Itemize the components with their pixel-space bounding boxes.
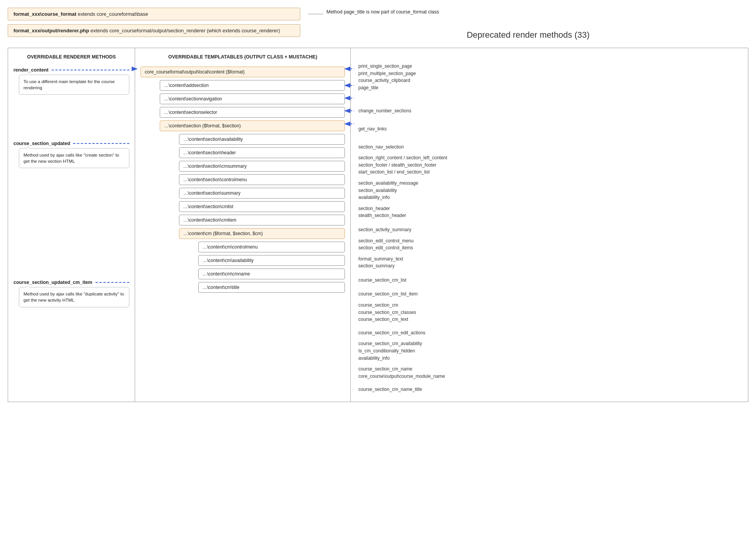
left-group-render-content: render_content To use a different main t…	[13, 67, 129, 95]
tpl-item-cmname: …\content\cm\cmname	[198, 269, 345, 279]
rc-group-controlmenu: section_edit_control_menu section_edit_c…	[358, 237, 740, 252]
left-panel-title: OVERRIDABLE RENDERER METHODS	[13, 54, 129, 60]
rc-group-addsection: change_number_sections	[358, 107, 740, 115]
rc-item: page_title	[358, 84, 740, 92]
tpl-item-summary: …\content\section\summary	[179, 188, 345, 199]
deprecated-title: Deprecated render methods (33)	[467, 30, 589, 40]
rc-group-cmitem: course_section_cm_list_item	[358, 290, 740, 298]
rc-item: section_availability	[358, 187, 740, 194]
rc-group-title: course_section_cm_name_title	[358, 386, 740, 393]
rc-item: section_right_content / section_left_con…	[358, 154, 740, 162]
tpl-item-cmitem: …\content\section\cmitem	[179, 215, 345, 225]
tpl-box-cmitem: …\content\section\cmitem	[179, 215, 345, 225]
balloon-render-content: To use a different main template for the…	[19, 75, 129, 95]
rc-item: start_section_list / end_section_list	[358, 169, 740, 176]
rc-item: section_nav_selection	[358, 144, 740, 151]
tpl-box-availability: …\content\section\availability	[179, 134, 345, 145]
rc-item: course_activity_clipboard	[358, 77, 740, 84]
panel-left: OVERRIDABLE RENDERER METHODS render_cont…	[8, 48, 135, 402]
tpl-box-cmlist: …\content\section\cmlist	[179, 201, 345, 212]
rc-item: section_availability_message	[358, 180, 740, 187]
rc-group-cmlist: course_section_cm_list	[358, 277, 740, 284]
rc-item: print_multiple_section_page	[358, 70, 740, 77]
tpl-item-addsection: …\content\addsection	[160, 80, 345, 91]
rc-item: section_edit_control_menu	[358, 237, 740, 245]
rc-item: availability_info	[358, 194, 740, 201]
rc-group-sectionselector: section_nav_selection	[358, 144, 740, 151]
diagram-outer: OVERRIDABLE RENDERER METHODS render_cont…	[8, 48, 748, 402]
rc-item: change_number_sections	[358, 107, 740, 115]
header-box-1: format_xxx\course_format extends core_co…	[8, 8, 300, 20]
rc-item: section_activity_summary	[358, 226, 740, 234]
header-box-2: format_xxx/output/renderer.php extends c…	[8, 24, 300, 37]
rc-item: course_section_cm	[358, 302, 740, 309]
tpl-item-sectionselector: …\content\sectionselector	[160, 107, 345, 118]
tpl-item-availability: …\content\section\availability	[179, 134, 345, 145]
tpl-box-section: …\content\section ($format, $section)	[160, 120, 345, 131]
rc-item: course_section_cm_classes	[358, 309, 740, 316]
tpl-box-cmsummary: …\content\section\cmsummary	[179, 161, 345, 172]
middle-panel-title: OVERRIDABLE TEMPLATABLES (OUTPUT CLASS +…	[140, 54, 345, 60]
tpl-item-section: …\content\section ($format, $section)	[160, 120, 345, 131]
rc-item: section_header	[358, 205, 740, 212]
rc-item: section_summary	[358, 262, 740, 270]
rc-item: section_footer / stealth_section_footer	[358, 162, 740, 169]
rc-item: course_section_cm_text	[358, 316, 740, 323]
dash-cm-item	[95, 282, 129, 283]
header-box1-rest: extends core_coureformat\base	[78, 11, 148, 17]
tpl-item-title: …\content\cm\title	[198, 282, 345, 293]
rc-item: availability_info	[358, 355, 740, 362]
tpl-box-cm-controlmenu: …\content\cm\controlmenu	[198, 242, 345, 252]
rc-item: course_section_cm_list	[358, 277, 740, 284]
rc-group-cm-availability: course_section_cm_availability Is_cm_con…	[358, 340, 740, 362]
method-cm-item: course_section_updated_cm_item	[13, 280, 129, 285]
tpl-item-cm-availability: …\content\cm\availability	[198, 255, 345, 266]
balloon-cm-item: Method used by ajax calls like "duplicat…	[19, 287, 129, 307]
rc-item: course_section_cm_availability	[358, 340, 740, 347]
panel-right: print_single_section_page print_multiple…	[351, 48, 748, 402]
tpl-item-cm: …\content\cm ($format, $section, $cm)	[179, 228, 345, 239]
left-group-cm-item: course_section_updated_cm_item Method us…	[13, 280, 129, 307]
rc-item: course_section_cm_edit_actions	[358, 329, 740, 337]
header-box2-rest: extends core_courseformat/output/section…	[90, 28, 280, 33]
rc-item: course_section_cm_list_item	[358, 290, 740, 298]
header-boxes: format_xxx\course_format extends core_co…	[8, 8, 300, 37]
tpl-item-controlmenu: …\content\section\controlmenu	[179, 174, 345, 185]
dash-section-updated	[73, 143, 129, 144]
rc-group-header: section_header stealth_section_header	[358, 205, 740, 219]
rc-group-section: section_right_content / section_left_con…	[358, 154, 740, 176]
rc-group-content: print_single_section_page print_multiple…	[358, 63, 740, 91]
tpl-box-cmname: …\content\cm\cmname	[198, 269, 345, 279]
tpl-item-sectionnavigation: …\content\sectionnavigation	[160, 93, 345, 104]
rc-item: course_section_cm_name_title	[358, 386, 740, 393]
rc-group-cmname: course_section_cm_name core_course\outpu…	[358, 365, 740, 380]
rc-item: get_nav_links	[358, 125, 740, 133]
header-note: Method page_title is now part of course_…	[323, 9, 439, 15]
tpl-item-content: core_courseformat\output\local\content (…	[140, 67, 345, 77]
tpl-box-addsection: …\content\addsection	[160, 80, 345, 91]
tpl-box-summary: …\content\section\summary	[179, 188, 345, 199]
tpl-box-cm: …\content\cm ($format, $section, $cm)	[179, 228, 345, 239]
tpl-box-title: …\content\cm\title	[198, 282, 345, 293]
rc-group-cm-controlmenu: course_section_cm_edit_actions	[358, 329, 740, 337]
tpl-item-cm-controlmenu: …\content\cm\controlmenu	[198, 242, 345, 252]
left-group-section-updated: course_section_updated Method used by aj…	[13, 141, 129, 168]
header-box1-bold: format_xxx\course_format	[13, 11, 76, 17]
rc-item: print_single_section_page	[358, 63, 740, 70]
rc-item: Is_cm_conditionally_hidden	[358, 347, 740, 355]
rc-group-cmsummary: section_activity_summary	[358, 226, 740, 234]
tpl-box-controlmenu: …\content\section\controlmenu	[179, 174, 345, 185]
rc-group-sectionnavigation: get_nav_links	[358, 125, 740, 133]
rc-item: stealth_section_header	[358, 212, 740, 219]
rc-item: core_course\output\course_module_name	[358, 373, 740, 380]
tpl-box-content: core_courseformat\output\local\content (…	[140, 67, 345, 77]
method-render-content: render_content	[13, 67, 129, 73]
panel-middle: OVERRIDABLE TEMPLATABLES (OUTPUT CLASS +…	[135, 48, 351, 402]
page-container: format_xxx\course_format extends core_co…	[8, 8, 748, 402]
rc-group-cm: course_section_cm course_section_cm_clas…	[358, 302, 740, 323]
balloon-section-updated: Method used by ajax calls like "create s…	[19, 148, 129, 168]
header-box2-bold: format_xxx/output/renderer.php	[13, 28, 89, 33]
rc-group-summary: format_summary_text section_summary	[358, 255, 740, 270]
dash-render-content	[52, 70, 129, 70]
method-section-updated: course_section_updated	[13, 141, 129, 146]
